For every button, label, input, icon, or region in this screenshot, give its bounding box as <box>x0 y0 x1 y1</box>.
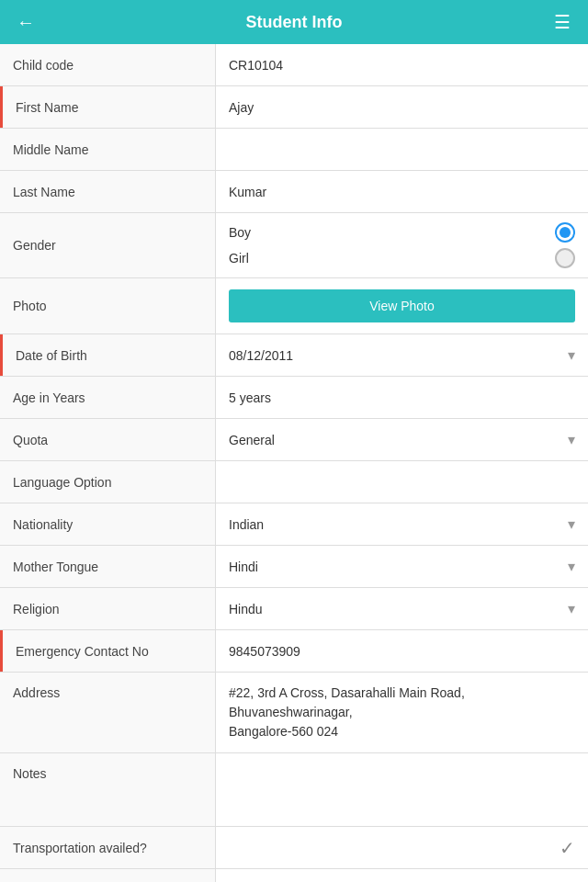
language-value[interactable] <box>216 461 588 503</box>
middle-name-label: Middle Name <box>0 129 216 170</box>
transportation-value[interactable]: ✓ <box>216 827 588 868</box>
notes-value[interactable] <box>216 753 588 826</box>
address-row: Address #22, 3rd A Cross, Dasarahalli Ma… <box>0 673 588 753</box>
address-text: #22, 3rd A Cross, Dasarahalli Main Road,… <box>229 684 465 741</box>
gender-boy-option[interactable]: Boy <box>229 222 575 243</box>
last-name-value[interactable]: Kumar <box>216 171 588 212</box>
child-code-value[interactable]: CR10104 <box>216 44 588 85</box>
language-label: Language Option <box>0 461 216 503</box>
gender-boy-radio[interactable] <box>555 222 575 243</box>
age-value: 5 years <box>216 377 588 418</box>
last-name-row: Last Name Kumar <box>0 171 588 213</box>
religion-label: Religion <box>0 588 216 629</box>
first-name-row: First Name Ajay <box>0 86 588 129</box>
view-photo-button[interactable]: View Photo <box>229 289 575 322</box>
quota-value[interactable]: General ▾ <box>216 419 588 460</box>
dob-row: Date of Birth 08/12/2011 ▾ <box>0 334 588 377</box>
dob-dropdown-icon[interactable]: ▾ <box>568 346 575 364</box>
gender-label: Gender <box>0 213 216 277</box>
transportation-check-icon[interactable]: ✓ <box>560 837 575 859</box>
language-row: Language Option <box>0 461 588 503</box>
middle-name-row: Middle Name <box>0 129 588 171</box>
gender-boy-label: Boy <box>229 225 251 240</box>
emergency-contact-label: Emergency Contact No <box>0 630 216 672</box>
photo-value: View Photo <box>216 278 588 334</box>
nationality-value[interactable]: Indian ▾ <box>216 503 588 545</box>
quota-dropdown-icon[interactable]: ▾ <box>568 431 575 448</box>
communication-value[interactable]: Twice a week ▾ <box>216 869 588 882</box>
middle-name-value[interactable] <box>216 129 588 170</box>
first-name-value[interactable]: Ajay <box>216 86 588 128</box>
emergency-contact-value[interactable]: 9845073909 <box>216 630 588 672</box>
nationality-row: Nationality Indian ▾ <box>0 503 588 546</box>
communication-row: Communication from a school Twice a week… <box>0 869 588 882</box>
gender-girl-radio[interactable] <box>555 248 575 268</box>
mother-tongue-row: Mother Tongue Hindi ▾ <box>0 546 588 588</box>
transportation-label: Transportation availed? <box>0 827 216 868</box>
dob-label: Date of Birth <box>0 334 216 376</box>
nationality-dropdown-icon[interactable]: ▾ <box>568 515 575 533</box>
notes-label: Notes <box>0 753 216 826</box>
gender-row: Gender Boy Girl <box>0 213 588 278</box>
address-value[interactable]: #22, 3rd A Cross, Dasarahalli Main Road,… <box>216 673 588 752</box>
age-label: Age in Years <box>0 377 216 418</box>
last-name-label: Last Name <box>0 171 216 212</box>
mother-tongue-label: Mother Tongue <box>0 546 216 587</box>
mother-tongue-value[interactable]: Hindi ▾ <box>216 546 588 587</box>
quota-label: Quota <box>0 419 216 460</box>
back-button[interactable]: ← <box>11 12 40 33</box>
quota-row: Quota General ▾ <box>0 419 588 461</box>
gender-girl-option[interactable]: Girl <box>229 248 575 268</box>
photo-label: Photo <box>0 278 216 334</box>
gender-girl-label: Girl <box>229 251 249 266</box>
notes-row: Notes <box>0 753 588 827</box>
communication-label: Communication from a school <box>0 869 216 882</box>
nationality-label: Nationality <box>0 503 216 545</box>
religion-value[interactable]: Hindu ▾ <box>216 588 588 629</box>
first-name-label: First Name <box>0 86 216 128</box>
religion-dropdown-icon[interactable]: ▾ <box>568 600 575 617</box>
student-form: Child code CR10104 First Name Ajay Middl… <box>0 44 588 882</box>
age-row: Age in Years 5 years <box>0 377 588 419</box>
child-code-label: Child code <box>0 44 216 85</box>
gender-options: Boy Girl <box>216 213 588 277</box>
dob-value[interactable]: 08/12/2011 ▾ <box>216 334 588 376</box>
app-header: ← Student Info ☰ <box>0 0 588 44</box>
menu-button[interactable]: ☰ <box>548 11 577 33</box>
mother-tongue-dropdown-icon[interactable]: ▾ <box>568 558 575 575</box>
emergency-contact-row: Emergency Contact No 9845073909 <box>0 630 588 673</box>
photo-row: Photo View Photo <box>0 278 588 334</box>
religion-row: Religion Hindu ▾ <box>0 588 588 630</box>
address-label: Address <box>0 673 216 752</box>
child-code-row: Child code CR10104 <box>0 44 588 86</box>
transportation-row: Transportation availed? ✓ <box>0 827 588 869</box>
page-title: Student Info <box>40 13 548 32</box>
